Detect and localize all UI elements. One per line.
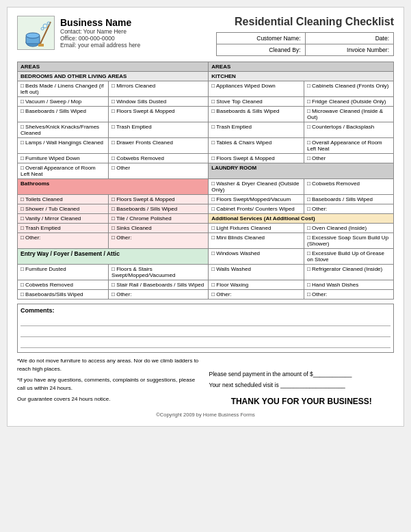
bathrooms-header: Bathrooms — [18, 179, 209, 195]
page: Business Name Contact: Your Name Here Of… — [7, 7, 404, 427]
bedroom-item-col2-0[interactable]: Mirrors Cleaned — [109, 81, 209, 97]
svg-line-3 — [40, 22, 51, 45]
kitchen-item-col2-1[interactable]: Fridge Cleaned (Outside Only) — [304, 97, 393, 107]
bedroom-item-col2-1[interactable]: Window Sills Dusted — [109, 97, 209, 107]
laundry-item-col2-0[interactable]: Cobwebs Removed — [304, 179, 393, 195]
bedrooms-header: BEDROOMS AND OTHER LIVING AREAS — [18, 72, 209, 81]
laundry-item-col2-2[interactable]: Other: — [304, 204, 393, 214]
date-label: Date: — [305, 33, 394, 44]
bathroom-item-col2-4[interactable]: Other: — [109, 233, 209, 249]
svg-point-5 — [43, 24, 47, 28]
footer-note-2: *If you have any questions, comments, co… — [17, 376, 202, 393]
email-info: Email: your email address here — [60, 42, 140, 49]
bathroom-item-3[interactable]: Trash Emptied — [18, 224, 109, 233]
footer-note-3: Our guarantee covers 24 hours notice. — [17, 395, 202, 403]
footer-section: *We do not move furniture to access any … — [17, 357, 394, 406]
entry-item-col2-2[interactable]: Other: — [109, 290, 209, 300]
laundry-item-1[interactable]: Floors Swept/Mopped/Vacuum — [209, 195, 304, 204]
comment-line-2 — [21, 328, 390, 337]
copyright: ©Copyright 2009 by Home Business Forms — [17, 412, 394, 418]
bathroom-item-col2-2[interactable]: Tile / Chrome Polished — [109, 214, 209, 224]
bedroom-item-4[interactable]: Lamps / Wall Hangings Cleaned — [18, 138, 109, 154]
cleaned-by-label: Cleaned By: — [217, 44, 306, 56]
kitchen-item-col2-5[interactable]: Other — [304, 154, 393, 163]
kitchen-item-col2-0[interactable]: Cabinets Cleaned (Fronts Only) — [304, 81, 393, 97]
svg-point-7 — [41, 27, 44, 30]
bedroom-item-0[interactable]: Beds Made / Linens Changed (if left out) — [18, 81, 109, 97]
laundry-item-2[interactable]: Cabinet Fronts/ Counters Wiped — [209, 204, 304, 214]
kitchen-item-3[interactable]: Trash Emptied — [209, 122, 304, 138]
additional-item-0[interactable]: Light Fixtures Cleaned — [209, 224, 304, 233]
kitchen-item-col2-2[interactable]: Microwave Cleaned (Inside & Out) — [304, 107, 393, 122]
footer-right: Please send payment in the amount of $__… — [209, 357, 395, 406]
laundry-item-0[interactable]: Washer & Dryer Cleaned (Outside Only) — [209, 179, 304, 195]
thank-you: THANK YOU FOR YOUR BUSINESS! — [209, 397, 395, 406]
comment-line-3 — [21, 338, 390, 348]
business-info: Business Name Contact: Your Name Here Of… — [60, 17, 140, 49]
contact-info: Contact: Your Name Here — [60, 28, 140, 35]
footer-note-1: *We do not move furniture to access any … — [17, 357, 202, 373]
bathroom-item-col2-0[interactable]: Floors Swept & Mopped — [109, 195, 209, 204]
office-info: Office: 000-000-0000 — [60, 35, 140, 42]
areas-right-header: AREAS — [209, 62, 394, 72]
additional-item-1[interactable]: Mini Blinds Cleaned — [209, 233, 304, 249]
bedroom-item-1[interactable]: Vacuum / Sweep / Mop — [18, 97, 109, 107]
laundry-item-col2-1[interactable]: Baseboards / Sills Wiped — [304, 195, 393, 204]
entry-item-0[interactable]: Furniture Dusted — [18, 265, 109, 280]
entry-item-1[interactable]: Cobwebs Removed — [18, 280, 109, 290]
areas-left-header: AREAS — [18, 62, 209, 72]
svg-rect-4 — [38, 44, 44, 46]
bathroom-item-col2-1[interactable]: Baseboards / Sills Wiped — [109, 204, 209, 214]
kitchen-item-5[interactable]: Floors Swept & Mopped — [209, 154, 304, 163]
entry-item-col2-0[interactable]: Floors & Stairs Swept/Mopped/Vacuumed — [109, 265, 209, 280]
kitchen-item-col2-4[interactable]: Overall Appearance of Room Left Neat — [304, 138, 393, 154]
kitchen-item-col2-3[interactable]: Countertops / Backsplash — [304, 122, 393, 138]
kitchen-item-4[interactable]: Tables & Chairs Wiped — [209, 138, 304, 154]
kitchen-item-1[interactable]: Stove Top Cleaned — [209, 97, 304, 107]
comments-lines — [21, 317, 390, 348]
header-left: Business Name Contact: Your Name Here Of… — [17, 16, 140, 50]
customer-name-label: Customer Name: — [217, 33, 306, 44]
bedroom-item-col2-3[interactable]: Trash Emptied — [109, 122, 209, 138]
bathroom-item-0[interactable]: Toilets Cleaned — [18, 195, 109, 204]
additional-item-col2-2[interactable]: Excessive Build Up of Grease on Stove — [304, 249, 393, 265]
bedroom-item-2[interactable]: Baseboards / Sills Wiped — [18, 107, 109, 122]
bedroom-item-col2-4[interactable]: Drawer Fronts Cleaned — [109, 138, 209, 154]
bedroom-item-col2-6[interactable]: Other — [109, 163, 209, 179]
logo-icon — [17, 16, 55, 50]
page-title: Residential Cleaning Checklist — [216, 16, 394, 28]
checklist-table: AREAS AREAS BEDROOMS AND OTHER LIVING AR… — [17, 62, 394, 300]
bathroom-item-col2-3[interactable]: Sinks Cleaned — [109, 224, 209, 233]
bathroom-item-4[interactable]: Other: — [18, 233, 109, 249]
additional-item-3[interactable]: Walls Washed — [209, 265, 304, 280]
additional-item-col2-3[interactable]: Refrigerator Cleaned (Inside) — [304, 265, 393, 280]
additional-item-2[interactable]: Windows Washed — [209, 249, 304, 265]
payment-line: Please send payment in the amount of $__… — [209, 371, 395, 377]
business-name: Business Name — [60, 17, 140, 28]
entry-item-col2-1[interactable]: Stair Rail / Baseboards / Sills Wiped — [109, 280, 209, 290]
kitchen-header: KITCHEN — [209, 72, 394, 81]
bedroom-item-6[interactable]: Overall Appearance of Room Left Neat — [18, 163, 109, 179]
bedroom-item-3[interactable]: Shelves/Knick Knacks/Frames Cleaned — [18, 122, 109, 138]
additional-item-col2-0[interactable]: Oven Cleaned (Inside) — [304, 224, 393, 233]
kitchen-item-0[interactable]: Appliances Wiped Down — [209, 81, 304, 97]
bedroom-item-col2-5[interactable]: Cobwebs Removed — [109, 154, 209, 163]
additional-item-col2-5[interactable]: Other: — [304, 290, 393, 300]
kitchen-item-2[interactable]: Baseboards & Sills Wiped — [209, 107, 304, 122]
laundry-header: LAUNDRY ROOM — [209, 163, 394, 179]
additional-header: Additional Services (At Additional Cost) — [209, 214, 394, 224]
bathroom-item-1[interactable]: Shower / Tub Cleaned — [18, 204, 109, 214]
bedroom-item-col2-2[interactable]: Floors Swept & Mopped — [109, 107, 209, 122]
bathroom-item-2[interactable]: Vanity / Mirror Cleaned — [18, 214, 109, 224]
entry-item-2[interactable]: Baseboards/Sills Wiped — [18, 290, 109, 300]
header-right: Residential Cleaning Checklist Customer … — [216, 16, 394, 56]
additional-item-4[interactable]: Floor Waxing — [209, 280, 304, 290]
footer-left: *We do not move furniture to access any … — [17, 357, 202, 406]
invoice-label: Invoice Number: — [305, 44, 394, 56]
additional-item-col2-1[interactable]: Excessive Soap Scum Build Up (Shower) — [304, 233, 393, 249]
additional-item-5[interactable]: Other: — [209, 290, 304, 300]
additional-item-col2-4[interactable]: Hand Wash Dishes — [304, 280, 393, 290]
header: Business Name Contact: Your Name Here Of… — [17, 16, 394, 56]
bedroom-item-5[interactable]: Furniture Wiped Down — [18, 154, 109, 163]
comments-label: Comments: — [21, 307, 55, 314]
